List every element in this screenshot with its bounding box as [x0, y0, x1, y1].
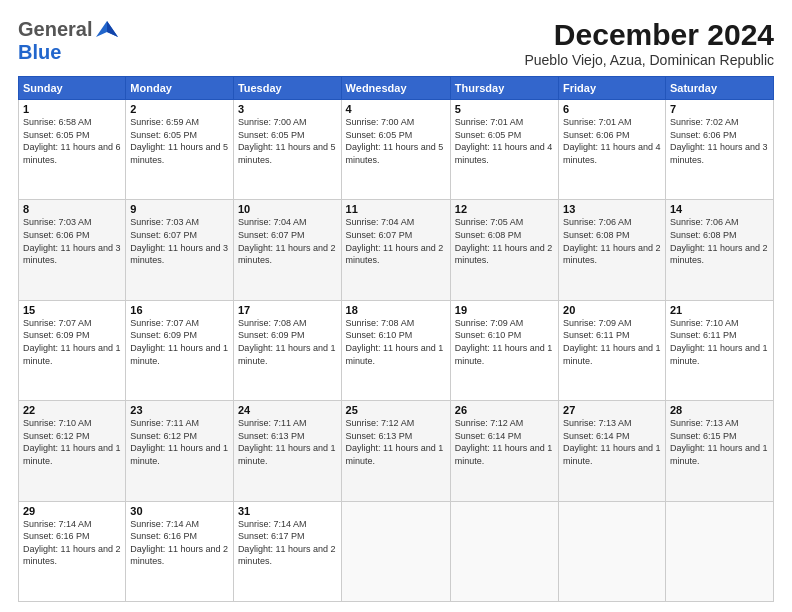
day-number: 16: [130, 304, 229, 316]
calendar-cell: 13Sunrise: 7:06 AM Sunset: 6:08 PM Dayli…: [559, 200, 666, 300]
calendar-cell: 26Sunrise: 7:12 AM Sunset: 6:14 PM Dayli…: [450, 401, 558, 501]
calendar-cell: 5Sunrise: 7:01 AM Sunset: 6:05 PM Daylig…: [450, 100, 558, 200]
day-number: 9: [130, 203, 229, 215]
calendar-cell: 6Sunrise: 7:01 AM Sunset: 6:06 PM Daylig…: [559, 100, 666, 200]
logo-general: General: [18, 18, 92, 41]
calendar-header-row: SundayMondayTuesdayWednesdayThursdayFrid…: [19, 77, 774, 100]
day-info: Sunrise: 7:03 AM Sunset: 6:07 PM Dayligh…: [130, 216, 229, 266]
calendar-cell: 17Sunrise: 7:08 AM Sunset: 6:09 PM Dayli…: [233, 300, 341, 400]
day-info: Sunrise: 7:11 AM Sunset: 6:12 PM Dayligh…: [130, 417, 229, 467]
page-title: December 2024: [524, 18, 774, 52]
day-number: 3: [238, 103, 337, 115]
day-info: Sunrise: 7:07 AM Sunset: 6:09 PM Dayligh…: [23, 317, 121, 367]
day-number: 6: [563, 103, 661, 115]
calendar-cell: 4Sunrise: 7:00 AM Sunset: 6:05 PM Daylig…: [341, 100, 450, 200]
calendar-cell: 24Sunrise: 7:11 AM Sunset: 6:13 PM Dayli…: [233, 401, 341, 501]
day-info: Sunrise: 7:09 AM Sunset: 6:10 PM Dayligh…: [455, 317, 554, 367]
day-info: Sunrise: 7:10 AM Sunset: 6:11 PM Dayligh…: [670, 317, 769, 367]
day-number: 30: [130, 505, 229, 517]
header: General Blue December 2024 Pueblo Viejo,…: [18, 18, 774, 68]
day-number: 31: [238, 505, 337, 517]
day-number: 10: [238, 203, 337, 215]
day-number: 29: [23, 505, 121, 517]
calendar-cell: 30Sunrise: 7:14 AM Sunset: 6:16 PM Dayli…: [126, 501, 234, 601]
day-number: 20: [563, 304, 661, 316]
day-info: Sunrise: 7:04 AM Sunset: 6:07 PM Dayligh…: [238, 216, 337, 266]
calendar-cell: 9Sunrise: 7:03 AM Sunset: 6:07 PM Daylig…: [126, 200, 234, 300]
day-number: 13: [563, 203, 661, 215]
title-area: December 2024 Pueblo Viejo, Azua, Domini…: [524, 18, 774, 68]
day-number: 4: [346, 103, 446, 115]
day-info: Sunrise: 7:00 AM Sunset: 6:05 PM Dayligh…: [238, 116, 337, 166]
calendar: SundayMondayTuesdayWednesdayThursdayFrid…: [18, 76, 774, 602]
day-info: Sunrise: 7:07 AM Sunset: 6:09 PM Dayligh…: [130, 317, 229, 367]
calendar-cell: [450, 501, 558, 601]
day-number: 19: [455, 304, 554, 316]
day-number: 2: [130, 103, 229, 115]
calendar-cell: 31Sunrise: 7:14 AM Sunset: 6:17 PM Dayli…: [233, 501, 341, 601]
day-number: 5: [455, 103, 554, 115]
day-number: 7: [670, 103, 769, 115]
day-number: 1: [23, 103, 121, 115]
day-info: Sunrise: 7:00 AM Sunset: 6:05 PM Dayligh…: [346, 116, 446, 166]
logo-blue: Blue: [18, 41, 61, 63]
calendar-day-header: Wednesday: [341, 77, 450, 100]
day-number: 25: [346, 404, 446, 416]
day-number: 12: [455, 203, 554, 215]
calendar-week-row: 15Sunrise: 7:07 AM Sunset: 6:09 PM Dayli…: [19, 300, 774, 400]
day-info: Sunrise: 6:59 AM Sunset: 6:05 PM Dayligh…: [130, 116, 229, 166]
logo-icon: [96, 19, 118, 41]
calendar-cell: 7Sunrise: 7:02 AM Sunset: 6:06 PM Daylig…: [665, 100, 773, 200]
calendar-week-row: 22Sunrise: 7:10 AM Sunset: 6:12 PM Dayli…: [19, 401, 774, 501]
calendar-cell: 15Sunrise: 7:07 AM Sunset: 6:09 PM Dayli…: [19, 300, 126, 400]
day-number: 14: [670, 203, 769, 215]
day-number: 22: [23, 404, 121, 416]
svg-marker-1: [107, 21, 118, 37]
day-number: 21: [670, 304, 769, 316]
day-info: Sunrise: 7:14 AM Sunset: 6:16 PM Dayligh…: [23, 518, 121, 568]
calendar-cell: 28Sunrise: 7:13 AM Sunset: 6:15 PM Dayli…: [665, 401, 773, 501]
day-info: Sunrise: 7:11 AM Sunset: 6:13 PM Dayligh…: [238, 417, 337, 467]
calendar-day-header: Thursday: [450, 77, 558, 100]
day-info: Sunrise: 7:12 AM Sunset: 6:13 PM Dayligh…: [346, 417, 446, 467]
calendar-cell: 29Sunrise: 7:14 AM Sunset: 6:16 PM Dayli…: [19, 501, 126, 601]
day-info: Sunrise: 7:04 AM Sunset: 6:07 PM Dayligh…: [346, 216, 446, 266]
calendar-cell: 14Sunrise: 7:06 AM Sunset: 6:08 PM Dayli…: [665, 200, 773, 300]
calendar-cell: [665, 501, 773, 601]
calendar-cell: 18Sunrise: 7:08 AM Sunset: 6:10 PM Dayli…: [341, 300, 450, 400]
day-info: Sunrise: 7:14 AM Sunset: 6:17 PM Dayligh…: [238, 518, 337, 568]
day-number: 17: [238, 304, 337, 316]
day-info: Sunrise: 7:01 AM Sunset: 6:06 PM Dayligh…: [563, 116, 661, 166]
calendar-cell: 11Sunrise: 7:04 AM Sunset: 6:07 PM Dayli…: [341, 200, 450, 300]
day-info: Sunrise: 7:13 AM Sunset: 6:15 PM Dayligh…: [670, 417, 769, 467]
calendar-cell: 2Sunrise: 6:59 AM Sunset: 6:05 PM Daylig…: [126, 100, 234, 200]
calendar-week-row: 29Sunrise: 7:14 AM Sunset: 6:16 PM Dayli…: [19, 501, 774, 601]
calendar-day-header: Sunday: [19, 77, 126, 100]
calendar-cell: 8Sunrise: 7:03 AM Sunset: 6:06 PM Daylig…: [19, 200, 126, 300]
day-number: 26: [455, 404, 554, 416]
calendar-cell: 19Sunrise: 7:09 AM Sunset: 6:10 PM Dayli…: [450, 300, 558, 400]
calendar-cell: 12Sunrise: 7:05 AM Sunset: 6:08 PM Dayli…: [450, 200, 558, 300]
page-subtitle: Pueblo Viejo, Azua, Dominican Republic: [524, 52, 774, 68]
calendar-day-header: Monday: [126, 77, 234, 100]
day-info: Sunrise: 7:14 AM Sunset: 6:16 PM Dayligh…: [130, 518, 229, 568]
day-info: Sunrise: 7:09 AM Sunset: 6:11 PM Dayligh…: [563, 317, 661, 367]
calendar-cell: [341, 501, 450, 601]
calendar-day-header: Friday: [559, 77, 666, 100]
day-number: 18: [346, 304, 446, 316]
day-info: Sunrise: 7:02 AM Sunset: 6:06 PM Dayligh…: [670, 116, 769, 166]
day-number: 23: [130, 404, 229, 416]
calendar-cell: 22Sunrise: 7:10 AM Sunset: 6:12 PM Dayli…: [19, 401, 126, 501]
day-info: Sunrise: 7:03 AM Sunset: 6:06 PM Dayligh…: [23, 216, 121, 266]
calendar-body: 1Sunrise: 6:58 AM Sunset: 6:05 PM Daylig…: [19, 100, 774, 602]
calendar-cell: 3Sunrise: 7:00 AM Sunset: 6:05 PM Daylig…: [233, 100, 341, 200]
calendar-cell: 27Sunrise: 7:13 AM Sunset: 6:14 PM Dayli…: [559, 401, 666, 501]
day-info: Sunrise: 7:06 AM Sunset: 6:08 PM Dayligh…: [563, 216, 661, 266]
calendar-day-header: Saturday: [665, 77, 773, 100]
day-number: 15: [23, 304, 121, 316]
logo: General Blue: [18, 18, 118, 64]
day-number: 27: [563, 404, 661, 416]
day-info: Sunrise: 7:13 AM Sunset: 6:14 PM Dayligh…: [563, 417, 661, 467]
day-number: 24: [238, 404, 337, 416]
day-number: 28: [670, 404, 769, 416]
